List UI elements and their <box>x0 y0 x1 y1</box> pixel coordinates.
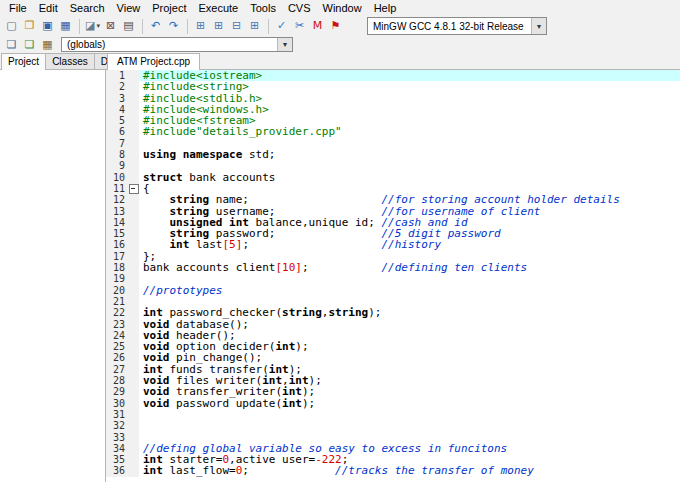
abort-compile-icon: ✂ <box>295 19 304 33</box>
code-line[interactable]: 10struct bank_accounts <box>106 172 680 183</box>
chevron-down-icon[interactable]: ▾ <box>531 18 546 34</box>
code-line[interactable]: 30void password_update(int); <box>106 398 680 409</box>
code-line[interactable]: 34//defing global variable so easy to ex… <box>106 443 680 454</box>
line-number: 20 <box>106 285 128 296</box>
menu-help[interactable]: Help <box>368 1 403 15</box>
line-number: 12 <box>106 194 128 205</box>
code-line[interactable]: 21 <box>106 296 680 307</box>
code-editor[interactable]: 1#include<iostream>2#include<string>3#in… <box>106 70 680 482</box>
fold-margin <box>128 465 139 476</box>
open-file-icon: ❐ <box>25 19 35 33</box>
ide-window: FileEditSearchViewProjectExecuteToolsCVS… <box>0 0 680 482</box>
code-line[interactable]: 29void transfer_writer(int); <box>106 386 680 397</box>
code-line[interactable]: 14 unsigned int balance,unique_id; //cas… <box>106 217 680 228</box>
code-line[interactable]: 24void header(); <box>106 330 680 341</box>
menu-edit[interactable]: Edit <box>33 1 64 15</box>
code-line[interactable]: 2#include<string> <box>106 81 680 92</box>
run-icon[interactable]: ⊞ <box>210 18 227 35</box>
code-line[interactable]: 9 <box>106 160 680 171</box>
chevron-down-icon[interactable]: ▾ <box>277 38 292 51</box>
code-line[interactable]: 31 <box>106 409 680 420</box>
profiling-analysis-icon[interactable]: ⚑ <box>327 18 344 35</box>
fold-margin <box>128 341 139 352</box>
code-line[interactable]: 27int funds_transfer(int); <box>106 364 680 375</box>
fold-margin <box>128 409 139 420</box>
goto-declaration-icon[interactable]: ❏ <box>3 36 20 53</box>
fold-marker-icon[interactable] <box>128 183 139 194</box>
compiler-select[interactable]: MinGW GCC 4.8.1 32-bit Release ▾ <box>367 17 547 35</box>
new-file-icon[interactable]: ▢ <box>3 18 20 35</box>
rebuild-icon[interactable]: ⊞ <box>246 18 263 35</box>
goto-definition-icon[interactable]: ❏ <box>21 36 38 53</box>
menu-window[interactable]: Window <box>317 1 368 15</box>
code-line[interactable]: 33 <box>106 432 680 443</box>
syntax-check-icon[interactable]: ✓ <box>273 18 290 35</box>
editor-tabs: ATM Project.cpp <box>106 53 680 69</box>
code-line[interactable]: 36int last_flow=0; //tracks the transfer… <box>106 465 680 476</box>
fold-margin <box>128 206 139 217</box>
save-all-icon[interactable]: ▦ <box>57 18 74 35</box>
menu-tools[interactable]: Tools <box>244 1 282 15</box>
tabs-row: ProjectClassesDebug ATM Project.cpp <box>0 53 680 70</box>
globals-select[interactable]: (globals) ▾ <box>61 37 293 52</box>
compile-icon[interactable]: ⊞ <box>192 18 209 35</box>
code-line[interactable]: 4#include<windows.h> <box>106 104 680 115</box>
code-line[interactable]: 20//prototypes <box>106 285 680 296</box>
open-file-icon[interactable]: ❐ <box>21 18 38 35</box>
code-line[interactable]: 13 string username; //for username of cl… <box>106 206 680 217</box>
menu-execute[interactable]: Execute <box>192 1 244 15</box>
menu-search[interactable]: Search <box>64 1 111 15</box>
code-line[interactable]: 17}; <box>106 251 680 262</box>
class-browser-icon[interactable]: ▦ <box>39 36 56 53</box>
code-line[interactable]: 18bank_accounts client[10]; //defining t… <box>106 262 680 273</box>
compile-icon: ⊞ <box>196 19 205 33</box>
line-number: 6 <box>106 126 128 137</box>
print-icon[interactable]: ▤ <box>120 18 137 35</box>
code-line[interactable]: 5#include<fstream> <box>106 115 680 126</box>
code-text: #include<fstream> <box>139 115 680 126</box>
code-line[interactable]: 16 int last[5]; //history <box>106 239 680 250</box>
project-browser-panel[interactable] <box>0 70 106 482</box>
sidebar-tab-project[interactable]: Project <box>1 53 46 70</box>
fold-margin <box>128 375 139 386</box>
line-number: 1 <box>106 70 128 81</box>
code-line[interactable]: 12 string name; //for storing account ho… <box>106 194 680 205</box>
line-number: 25 <box>106 341 128 352</box>
code-line[interactable]: 35int starter=0,active_user=-222; <box>106 454 680 465</box>
menu-bar: FileEditSearchViewProjectExecuteToolsCVS… <box>0 0 680 16</box>
line-number: 3 <box>106 93 128 104</box>
save-icon[interactable]: ▣ <box>39 18 56 35</box>
code-line[interactable]: 32 <box>106 420 680 431</box>
redo-icon[interactable]: ↷ <box>165 18 182 35</box>
code-line[interactable]: 6#include"details_provider.cpp" <box>106 126 680 137</box>
menu-cvs[interactable]: CVS <box>282 1 317 15</box>
code-line[interactable]: 28void files_writer(int,int); <box>106 375 680 386</box>
code-line[interactable]: 25void option_decider(int); <box>106 341 680 352</box>
left-panel-tabs: ProjectClassesDebug <box>0 53 106 69</box>
code-line[interactable]: 15 string password; //5 digit password <box>106 228 680 239</box>
code-line[interactable]: 23void database(); <box>106 319 680 330</box>
code-line[interactable]: 3#include<stdlib.h> <box>106 93 680 104</box>
fold-margin <box>128 432 139 443</box>
menu-project[interactable]: Project <box>146 1 192 15</box>
code-line[interactable]: 7 <box>106 138 680 149</box>
code-line[interactable]: 1#include<iostream> <box>106 70 680 81</box>
code-line[interactable]: 11{ <box>106 183 680 194</box>
sidebar-tab-classes[interactable]: Classes <box>45 53 95 69</box>
menu-view[interactable]: View <box>111 1 147 15</box>
undo-icon[interactable]: ↶ <box>147 18 164 35</box>
code-line[interactable]: 19 <box>106 273 680 284</box>
close-file-icon[interactable]: ⊠ <box>102 18 119 35</box>
line-number: 21 <box>106 296 128 307</box>
compile-run-icon[interactable]: ⊟ <box>228 18 245 35</box>
code-line[interactable]: 22int password_checker(string,string); <box>106 307 680 318</box>
code-line[interactable]: 8using namespace std; <box>106 149 680 160</box>
profile-icon[interactable]: M <box>309 18 326 35</box>
abort-compile-icon[interactable]: ✂ <box>291 18 308 35</box>
code-line[interactable]: 26void pin_change(); <box>106 352 680 363</box>
menu-file[interactable]: File <box>3 1 33 15</box>
fold-margin <box>128 81 139 92</box>
editor-tab[interactable]: ATM Project.cpp <box>107 53 200 70</box>
line-number: 26 <box>106 352 128 363</box>
new-project-icon[interactable]: ◪▾ <box>84 18 101 35</box>
